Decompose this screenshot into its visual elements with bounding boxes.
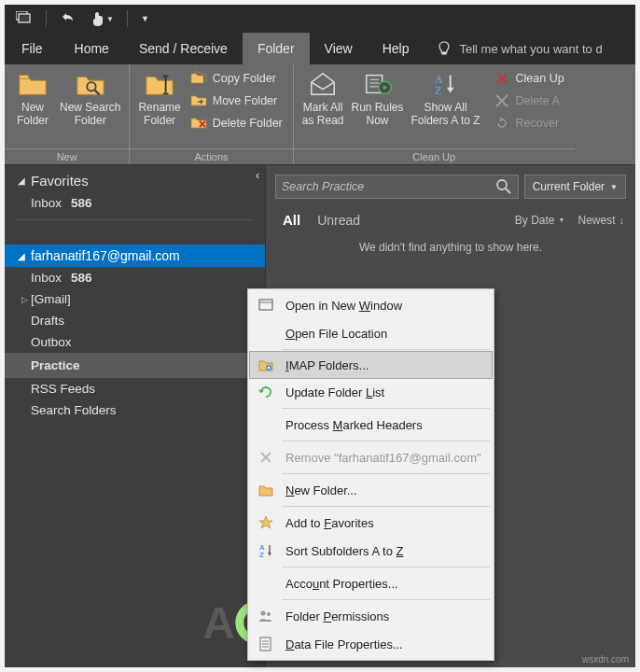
svg-rect-1 xyxy=(19,14,30,22)
rules-play-icon xyxy=(363,69,393,99)
run-rules-button[interactable]: Run Rules Now xyxy=(347,67,407,129)
blank-icon xyxy=(254,572,278,595)
customize-dropdown-icon[interactable]: ▼ xyxy=(137,12,153,25)
folder-practice[interactable]: Practice xyxy=(5,353,265,378)
move-folder-label: Move Folder xyxy=(213,94,277,107)
context-item-label: Add to Favorites xyxy=(285,516,374,530)
rss-label: RSS Feeds xyxy=(31,382,95,396)
context-separator xyxy=(282,473,490,474)
recover-button[interactable]: Recover xyxy=(488,112,570,134)
sort-order-toggle[interactable]: Newest ↓ xyxy=(577,214,624,227)
context-item-label: Update Folder List xyxy=(285,385,384,399)
svg-rect-2 xyxy=(20,76,28,79)
chevron-down-icon: ▼ xyxy=(559,217,565,223)
tab-folder[interactable]: Folder xyxy=(243,33,310,64)
delete-all-button[interactable]: Delete A xyxy=(488,90,570,112)
chevron-down-icon: ◢ xyxy=(18,175,25,186)
delete-folder-button[interactable]: Delete Folder xyxy=(185,112,288,134)
folder-outbox[interactable]: Outbox xyxy=(5,331,265,353)
arrow-down-icon: ↓ xyxy=(619,215,625,226)
folder-inbox[interactable]: Inbox 586 xyxy=(5,267,265,288)
move-folder-button[interactable]: Move Folder xyxy=(185,90,288,112)
sort-by-dropdown[interactable]: By Date ▼ xyxy=(515,214,565,227)
context-item-0[interactable]: Open in New Window xyxy=(250,291,492,319)
folder-icon xyxy=(18,69,48,99)
show-all-az-button[interactable]: AZ Show All Folders A to Z xyxy=(408,67,484,129)
context-separator xyxy=(282,506,490,507)
svg-line-21 xyxy=(506,189,510,193)
copy-folder-button[interactable]: Copy Folder xyxy=(185,67,288,90)
folder-search-icon xyxy=(76,69,105,99)
favorites-inbox[interactable]: Inbox 586 xyxy=(5,192,265,214)
new-search-folder-button[interactable]: New Search Folder xyxy=(56,67,124,129)
context-item-15[interactable]: Account Properties... xyxy=(250,569,492,597)
context-separator xyxy=(282,408,490,409)
collapse-chevron-icon[interactable]: ‹ xyxy=(250,169,265,182)
search-placeholder: Search Practice xyxy=(282,180,364,193)
svg-text:Z: Z xyxy=(434,84,441,97)
clean-up-button[interactable]: Clean Up xyxy=(488,67,570,90)
touch-mode-icon[interactable]: ▼ xyxy=(88,8,118,29)
folder-rss[interactable]: RSS Feeds xyxy=(5,378,265,399)
practice-label: Practice xyxy=(31,358,80,372)
tab-home[interactable]: Home xyxy=(60,33,124,64)
delete-icon xyxy=(254,446,278,469)
context-separator xyxy=(282,567,490,567)
ribbon-group-cleanup-label: Clean Up xyxy=(294,148,575,162)
context-item-4[interactable]: Update Folder List xyxy=(250,378,492,406)
folder-gear-icon xyxy=(254,354,278,376)
context-item-13[interactable]: AZ Sort Subfolders A to Z xyxy=(250,537,492,565)
filter-all[interactable]: All xyxy=(283,212,300,228)
scope-label: Current Folder xyxy=(533,180,605,193)
window-list-icon[interactable] xyxy=(12,9,36,29)
delete-all-icon xyxy=(494,92,510,109)
tab-send-receive[interactable]: Send / Receive xyxy=(124,33,243,64)
filter-unread[interactable]: Unread xyxy=(317,213,360,228)
mark-all-read-button[interactable]: Mark All as Read xyxy=(299,67,348,129)
recover-label: Recover xyxy=(516,117,560,130)
search-icon[interactable] xyxy=(495,178,512,195)
context-item-12[interactable]: Add to Favorites xyxy=(250,509,492,537)
undo-icon[interactable] xyxy=(56,9,78,29)
ribbon-group-new: New Folder New Search Folder New xyxy=(5,64,130,164)
folder-inbox-label: Inbox xyxy=(31,196,62,210)
folder-icon xyxy=(254,479,278,501)
ribbon-group-cleanup: Mark All as Read Run Rules Now AZ Show A… xyxy=(294,64,575,164)
folder-drafts[interactable]: Drafts xyxy=(5,310,265,331)
message-filter-row: All Unread By Date ▼ Newest ↓ xyxy=(266,208,635,231)
svg-text:Z: Z xyxy=(259,551,264,559)
folder-search-folders[interactable]: Search Folders xyxy=(5,399,265,421)
search-scope-dropdown[interactable]: Current Folder ▼ xyxy=(524,175,626,199)
source-watermark: wsxdn.com xyxy=(582,654,629,665)
delete-all-label: Delete A xyxy=(516,94,560,107)
context-item-1[interactable]: Open File Location xyxy=(250,319,492,347)
new-folder-button[interactable]: New Folder xyxy=(9,67,56,129)
tab-file[interactable]: File xyxy=(5,33,60,64)
favorites-header[interactable]: ◢Favorites xyxy=(5,169,265,192)
inbox-count: 586 xyxy=(71,196,92,210)
context-item-3[interactable]: IMAP Folders... xyxy=(249,351,493,379)
az-icon: AZ xyxy=(254,539,278,562)
account-node[interactable]: ◢ farhanatif167@gmail.com xyxy=(5,245,265,267)
rename-folder-button[interactable]: Rename Folder xyxy=(134,67,184,129)
blank-icon xyxy=(254,413,278,436)
separator xyxy=(127,10,128,27)
context-item-label: Open in New Window xyxy=(285,299,402,313)
separator xyxy=(16,219,254,220)
run-rules-label: Run Rules Now xyxy=(351,101,403,127)
folder-gmail[interactable]: [Gmail] xyxy=(5,288,265,310)
tab-help[interactable]: Help xyxy=(368,33,424,64)
tab-view[interactable]: View xyxy=(310,33,368,64)
context-item-label: Open File Location xyxy=(285,327,387,341)
context-item-10[interactable]: New Folder... xyxy=(250,476,492,504)
new-folder-label: New Folder xyxy=(17,101,49,127)
context-item-18[interactable]: Data File Properties... xyxy=(250,630,492,658)
show-all-az-label: Show All Folders A to Z xyxy=(411,101,480,127)
context-item-17[interactable]: Folder Permissions xyxy=(250,602,492,630)
ribbon-group-actions-label: Actions xyxy=(130,148,292,162)
search-input[interactable]: Search Practice xyxy=(275,175,519,199)
context-item-6[interactable]: Process Marked Headers xyxy=(250,411,492,439)
tell-me-search[interactable]: Tell me what you want to d xyxy=(424,33,602,64)
favorites-label: Favorites xyxy=(31,173,89,189)
context-menu: Open in New Window Open File Location IM… xyxy=(247,288,494,661)
